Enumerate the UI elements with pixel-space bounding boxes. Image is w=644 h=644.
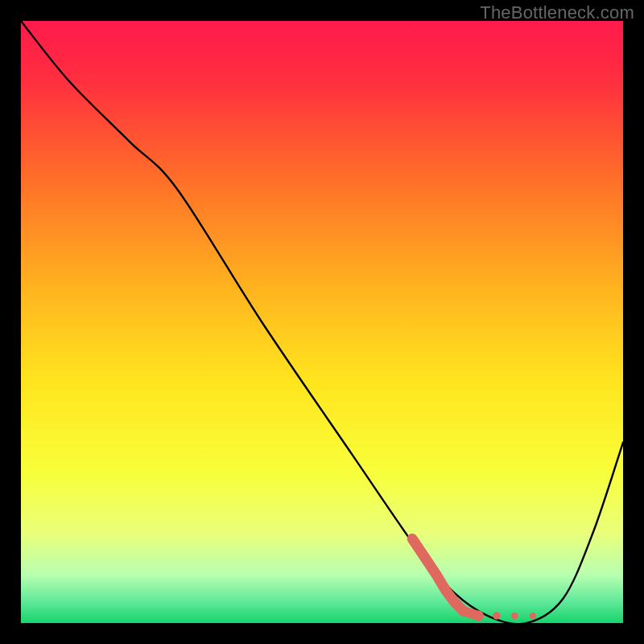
svg-point-0 bbox=[458, 606, 469, 617]
svg-point-4 bbox=[530, 613, 536, 619]
svg-point-3 bbox=[511, 613, 518, 620]
chart-frame: TheBottleneck.com bbox=[0, 0, 644, 644]
chart-svg bbox=[21, 21, 623, 623]
watermark-text: TheBottleneck.com bbox=[480, 2, 634, 23]
gradient-background bbox=[21, 21, 623, 623]
svg-point-2 bbox=[493, 612, 500, 619]
svg-point-1 bbox=[473, 611, 484, 621]
plot-area bbox=[21, 21, 623, 623]
